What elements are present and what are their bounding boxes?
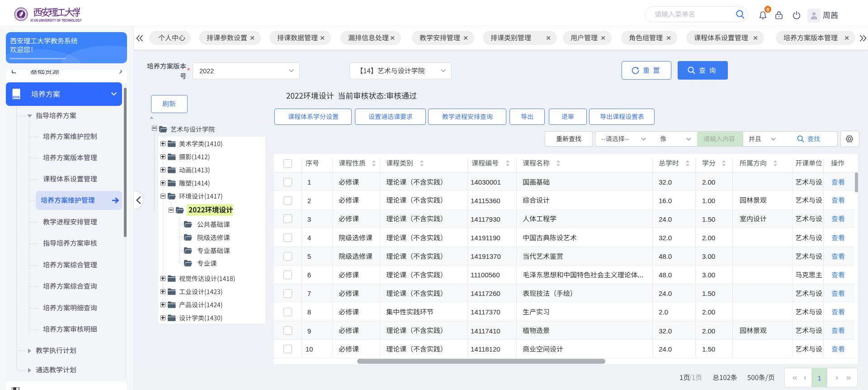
svg-text:XUT: XUT	[20, 17, 23, 19]
